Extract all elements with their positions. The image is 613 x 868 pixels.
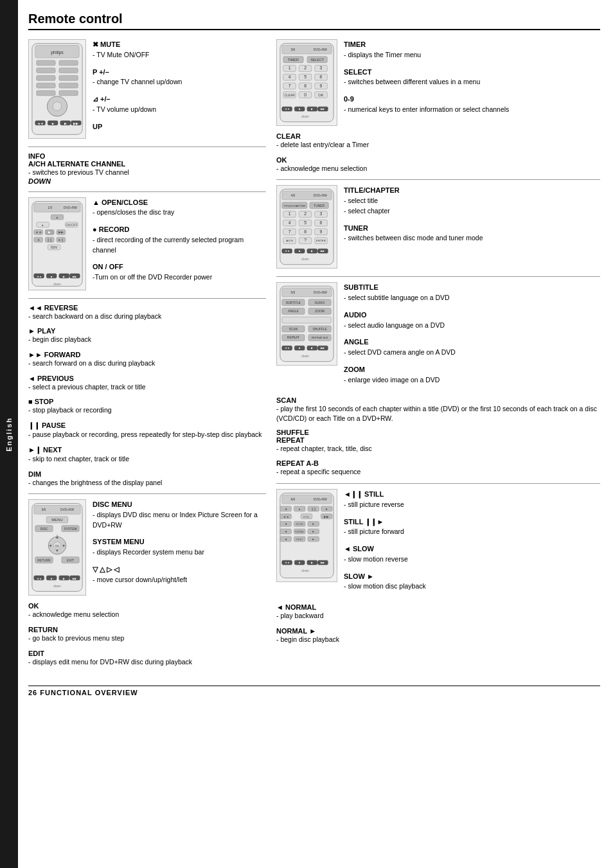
info-label: INFO	[28, 152, 45, 160]
svg-rect-8	[59, 75, 78, 80]
zoom-label: ZOOM	[344, 366, 365, 373]
timer-desc: - displays the Timer menu	[344, 51, 421, 58]
svg-text:◄◄: ◄◄	[283, 515, 289, 518]
nav-desc: - move cursor down/up/right/left	[93, 576, 187, 583]
divider-3	[28, 298, 266, 299]
reverse-label: ◄◄ REVERSE	[28, 304, 78, 312]
svg-rect-181	[282, 317, 331, 324]
subtitle-descriptions: SUBTITLE - select subtitle language on a…	[344, 282, 456, 391]
svg-text:▶: ▶	[64, 122, 67, 125]
svg-text:►: ►	[312, 530, 315, 533]
svg-text:▶▶: ▶▶	[58, 231, 64, 234]
svg-text:8: 8	[304, 84, 306, 88]
divider-2	[28, 191, 266, 192]
subtitle-section: SUBTITLE - select subtitle language on a…	[344, 282, 456, 303]
svg-text:●: ●	[299, 508, 301, 511]
svg-text:down: down	[301, 355, 309, 358]
remote-mid-section: 1/5 DVD+RW ▲ ● ON/OFF	[28, 197, 266, 292]
svg-text:DVD+RW: DVD+RW	[60, 508, 75, 511]
p-section: P +/– - change TV channel up/down	[93, 67, 182, 88]
svg-text:►: ►	[62, 544, 66, 547]
svg-text:5: 5	[304, 220, 306, 225]
svg-rect-6	[59, 68, 78, 73]
svg-text:►: ►	[312, 522, 315, 526]
svg-text:EXIT: EXIT	[67, 559, 74, 562]
reverse-desc: - search backward on a disc during playb…	[28, 312, 161, 320]
svg-text:ANGLE: ANGLE	[288, 310, 299, 314]
ok-right-label: OK	[276, 156, 287, 164]
select-desc: - switches between different values in a…	[344, 78, 480, 85]
clear-desc: - delete last entry/clear a Timer	[276, 141, 369, 148]
remote-3-descriptions: DISC MENU - displays DVD disc menu or In…	[93, 499, 266, 591]
svg-text:◄◄: ◄◄	[37, 577, 42, 580]
svg-text:9: 9	[320, 229, 323, 234]
svg-text:■: ■	[52, 122, 54, 125]
svg-text:FIRST: FIRST	[296, 538, 304, 541]
svg-rect-3	[37, 60, 55, 66]
svg-text:3: 3	[320, 66, 323, 70]
timer-label: TIMER	[344, 40, 366, 48]
svg-text:3/6: 3/6	[291, 48, 296, 51]
svg-text:down: down	[301, 115, 309, 118]
svg-text:6: 6	[320, 75, 323, 79]
forward-label: ►► FORWARD	[28, 351, 80, 359]
edit-desc: - displays edit menu for DVD+RW disc dur…	[28, 658, 192, 666]
svg-rect-12	[59, 91, 78, 96]
svg-text:NORMAL: NORMAL	[295, 531, 305, 533]
dim-desc: - changes the brightness of the display …	[28, 479, 162, 486]
svg-text:▼: ▼	[55, 549, 59, 553]
still-back-desc: - still picture reverse	[344, 500, 404, 508]
svg-text:▶▶: ▶▶	[321, 250, 325, 253]
title-chapter-desc1: - select title	[344, 197, 378, 204]
svg-text:◄◄: ◄◄	[285, 561, 290, 564]
svg-text:DVD+RW: DVD+RW	[314, 498, 328, 501]
return-label: RETURN	[28, 626, 58, 633]
play-label: ► PLAY	[28, 327, 55, 335]
svg-text:7: 7	[289, 229, 291, 234]
ok-right-section: OK - acknowledge menu selection	[276, 156, 600, 173]
forward-section: ►► FORWARD - search forward on a disc du…	[28, 351, 266, 368]
zero-nine-desc: - numerical keys to enter information or…	[344, 105, 509, 113]
tuner-section: TUNER - switches between disc mode and t…	[344, 223, 483, 244]
svg-text:◄: ◄	[284, 522, 287, 526]
svg-text:◄◄: ◄◄	[37, 122, 44, 125]
audio-section: AUDIO - select audio language on a DVD	[344, 310, 456, 331]
slow-back-desc: - slow motion reverse	[344, 555, 408, 563]
title-descriptions: TITLE/CHAPTER - select title - select ch…	[344, 185, 483, 250]
svg-text:▶▶: ▶▶	[73, 577, 77, 580]
ok-right-desc: - acknowledge menu selection	[276, 164, 367, 172]
svg-text:ENTER: ENTER	[316, 240, 326, 243]
svg-text:DVD+RW: DVD+RW	[314, 291, 328, 294]
mute-section: ✖ MUTE - TV Mute ON/OFF	[93, 39, 182, 60]
svg-text:▲: ▲	[56, 216, 59, 219]
svg-text:ON/OFF: ON/OFF	[66, 223, 77, 226]
disc-menu-label: DISC MENU	[93, 500, 132, 508]
open-close-section: ▲ OPEN/CLOSE - opens/closes the disc tra…	[93, 197, 266, 218]
main-content: Remote control philips	[18, 0, 613, 868]
ach-desc: - switches to previous TV channel	[28, 168, 129, 176]
still-fwd-section: STILL ❙❙► - still picture forward	[344, 517, 426, 538]
svg-text:▶▶: ▶▶	[321, 347, 325, 350]
on-off-section: ON / OFF -Turn on or off the DVD Recorde…	[93, 261, 266, 283]
subtitle-label: SUBTITLE	[344, 283, 378, 291]
svg-text:DISC: DISC	[40, 527, 48, 531]
remote-image-1: philips	[28, 39, 86, 140]
nav-symbol: ▽ △ ▷ ◁	[93, 565, 119, 573]
svg-text:DVD+RW: DVD+RW	[64, 206, 78, 209]
svg-text:down: down	[301, 258, 309, 261]
svg-text:▶: ▶	[48, 231, 51, 234]
remote-2-descriptions: ▲ OPEN/CLOSE - opens/closes the disc tra…	[93, 197, 266, 289]
svg-text:4: 4	[289, 220, 291, 225]
svg-text:BBM: BBM	[51, 246, 58, 249]
remote-image-2: 1/5 DVD+RW ▲ ● ON/OFF	[28, 197, 86, 292]
svg-text:▶▶: ▶▶	[321, 561, 325, 564]
tuner-label: TUNER	[344, 224, 368, 232]
vol-section: ⊿ +/– - TV volume up/down	[93, 94, 182, 115]
svg-rect-10	[59, 83, 78, 88]
remote-1-descriptions: ✖ MUTE - TV Mute ON/OFF P +/– - change T…	[93, 39, 182, 138]
svg-text:STILL: STILL	[303, 515, 310, 518]
select-label: SELECT	[344, 68, 371, 76]
right-column: 3/6 DVD+RW TIMER SELECT 1	[276, 39, 600, 673]
page-footer: 26 FUNCTIONAL OVERVIEW	[28, 686, 600, 696]
svg-text:5: 5	[304, 75, 306, 79]
